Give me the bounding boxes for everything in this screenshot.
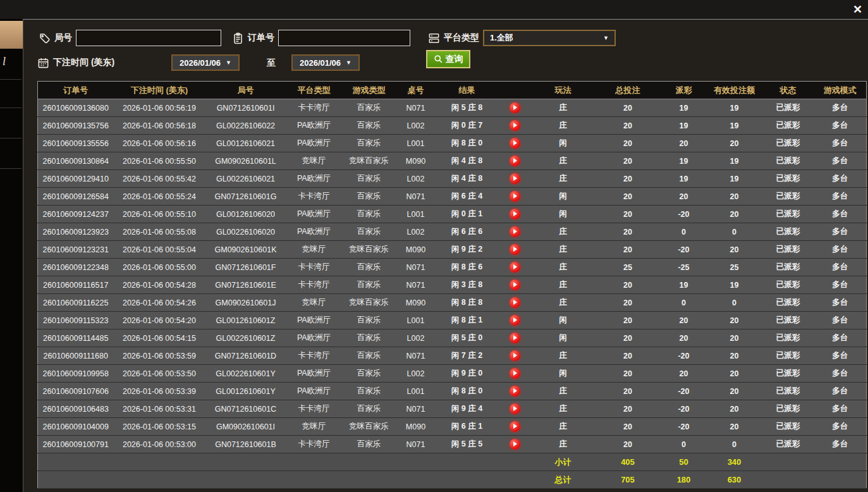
replay-icon[interactable] [510, 403, 520, 414]
result-cell: 闲 0 庄 7 [436, 117, 499, 135]
replay-cell [499, 365, 532, 383]
sidebar-active-item[interactable] [0, 21, 23, 49]
table-no-cell: L002 [396, 329, 436, 347]
table-row: 2601060091007912026-01-06 00:53:00GN0712… [38, 436, 867, 453]
platform-cell: 卡卡湾厅 [286, 188, 342, 206]
play-triangle [513, 424, 517, 429]
order-no-cell: 260106009126584 [38, 188, 114, 206]
replay-icon[interactable] [510, 226, 520, 237]
status-cell: 已派彩 [762, 206, 814, 223]
bet-time-cell: 2026-01-06 00:53:39 [114, 383, 205, 400]
valid-bet-cell: 20 [707, 383, 762, 400]
sidebar-divider [0, 138, 21, 138]
result-cell: 闲 6 庄 6 [436, 223, 499, 241]
replay-icon[interactable] [510, 421, 520, 432]
game-no-cell: GL0012610601Y [205, 383, 286, 400]
platform-type-select[interactable]: 1.全部 ▼ [483, 30, 616, 46]
result-cell: 闲 6 庄 4 [436, 188, 499, 206]
query-button[interactable]: 查询 [426, 50, 470, 68]
game-type-cell: 百家乐 [342, 400, 396, 418]
play-triangle [513, 229, 517, 234]
column-header: 有效投注额 [707, 82, 762, 99]
total-bet-cell: 20 [595, 294, 661, 312]
payout-cell: 19 [661, 99, 707, 117]
order-no-cell: 260106009109958 [38, 365, 114, 383]
column-header: 平台类型 [286, 82, 342, 99]
empty-cell [342, 471, 396, 489]
empty-cell [814, 471, 867, 489]
replay-icon[interactable] [510, 102, 520, 113]
platform-cell: 卡卡湾厅 [286, 276, 342, 294]
game-mode-cell: 多台 [814, 365, 867, 383]
total-bet-cell: 20 [595, 312, 661, 329]
table-no-cell: L001 [396, 206, 436, 223]
game-no-input[interactable] [76, 30, 221, 46]
replay-icon[interactable] [510, 209, 520, 219]
replay-cell [499, 241, 532, 259]
valid-bet-cell: 20 [707, 329, 762, 347]
bet-time-cell: 2026-01-06 00:53:59 [114, 347, 205, 365]
table-header-row: 订单号下注时间 (美东)局号平台类型游戏类型桌号结果玩法总投注派彩有效投注额状态… [38, 82, 867, 99]
bet-time-cell: 2026-01-06 00:56:18 [114, 117, 205, 135]
order-no-input[interactable] [278, 30, 410, 46]
replay-cell [499, 206, 532, 223]
table-no-cell: N071 [396, 436, 436, 453]
valid-bet-cell: 20 [707, 365, 762, 383]
close-icon[interactable]: ✕ [853, 1, 862, 18]
replay-icon[interactable] [510, 368, 520, 379]
total-bet-cell: 20 [595, 117, 661, 135]
replay-icon[interactable] [510, 386, 520, 397]
order-no-cell: 260106009129410 [38, 170, 114, 188]
replay-icon[interactable] [510, 191, 520, 202]
game-type-cell: 百家乐 [342, 365, 396, 383]
replay-icon[interactable] [510, 297, 520, 308]
game-mode-cell: 多台 [814, 294, 867, 312]
result-cell: 闲 3 庄 8 [436, 276, 499, 294]
payout-cell: 20 [661, 329, 707, 347]
replay-icon[interactable] [510, 280, 520, 290]
replay-icon[interactable] [510, 315, 520, 326]
bet-time-cell: 2026-01-06 00:53:31 [114, 400, 205, 418]
order-no-cell: 260106009135756 [38, 117, 114, 135]
replay-icon[interactable] [510, 156, 520, 166]
valid-bet-cell: 20 [707, 135, 762, 152]
replay-icon[interactable] [510, 244, 520, 255]
replay-icon[interactable] [510, 138, 520, 149]
replay-cell [499, 294, 532, 312]
game-type-cell: 百家乐 [342, 329, 396, 347]
replay-icon[interactable] [510, 173, 520, 184]
status-cell: 已派彩 [762, 170, 814, 188]
result-cell: 闲 8 庄 0 [436, 135, 499, 152]
platform-cell: PA欧洲厅 [286, 383, 342, 400]
calendar-icon [37, 57, 49, 69]
total-bet-cell: 20 [595, 418, 661, 436]
play-type-cell: 庄 [532, 223, 595, 241]
table-no-cell: N071 [396, 99, 436, 117]
play-triangle [513, 264, 517, 269]
game-no-cell: GM0902610601K [205, 241, 286, 259]
game-type-cell: 百家乐 [342, 383, 396, 400]
bet-time-cell: 2026-01-06 00:55:24 [114, 188, 205, 206]
payout-cell: -20 [661, 206, 707, 223]
game-mode-cell: 多台 [814, 312, 867, 329]
valid-bet-cell: 20 [707, 312, 762, 329]
game-type-cell: 竞咪百家乐 [342, 418, 396, 436]
replay-cell [499, 276, 532, 294]
play-type-cell: 闲 [532, 329, 595, 347]
status-cell: 已派彩 [762, 241, 814, 259]
play-type-cell: 庄 [532, 99, 595, 117]
date-to-select[interactable]: 2026/01/06 ▼ [291, 54, 360, 71]
table-no-cell: L001 [396, 312, 436, 329]
play-type-cell: 庄 [532, 436, 595, 453]
replay-icon[interactable] [510, 350, 520, 361]
status-cell: 已派彩 [762, 276, 814, 294]
replay-icon[interactable] [510, 439, 520, 450]
payout-cell: -20 [661, 241, 707, 259]
replay-icon[interactable] [510, 333, 520, 343]
replay-icon[interactable] [510, 262, 520, 273]
result-cell: 闲 9 庄 4 [436, 400, 499, 418]
empty-cell [762, 453, 814, 471]
replay-icon[interactable] [510, 120, 520, 131]
result-cell: 闲 5 庄 8 [436, 99, 499, 117]
date-from-select[interactable]: 2026/01/06 ▼ [171, 54, 240, 71]
